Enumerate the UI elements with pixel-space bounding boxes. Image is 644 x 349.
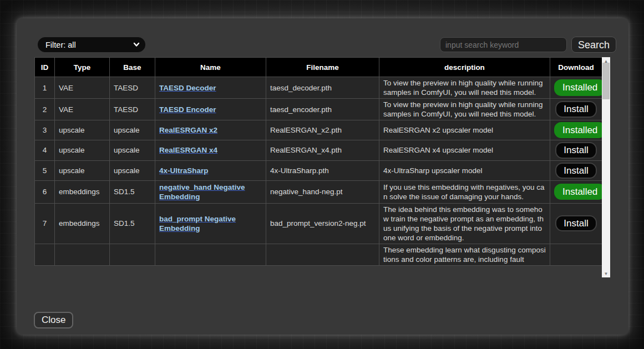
cell-filename: negative_hand-neg.pt: [266, 180, 379, 203]
models-table-wrap: IDTypeBaseNameFilenamedescriptionDownloa…: [34, 57, 602, 277]
cell-type: upscale: [55, 160, 110, 180]
column-header-base: Base: [110, 58, 155, 77]
model-link[interactable]: RealESRGAN x4: [159, 146, 217, 154]
cell-filename: [266, 244, 379, 265]
column-header-id: ID: [35, 58, 55, 77]
table-row: 6embeddingsSD1.5negative_hand Negative E…: [35, 180, 602, 203]
cell-filename: taesd_encoder.pth: [266, 99, 379, 120]
cell-download: Installed: [550, 180, 602, 203]
column-header-type: Type: [55, 58, 110, 77]
table-row: 5upscaleupscale4x-UltraSharp4x-UltraShar…: [35, 160, 602, 180]
cell-type: embeddings: [55, 180, 110, 203]
column-header-description: description: [379, 58, 550, 77]
filter-select-wrap: Filter: all: [38, 37, 145, 52]
models-table: IDTypeBaseNameFilenamedescriptionDownloa…: [34, 57, 602, 266]
model-link[interactable]: RealESRGAN x2: [159, 126, 217, 134]
cell-download: Installed: [550, 120, 602, 140]
cell-name: [155, 244, 266, 265]
model-link[interactable]: 4x-UltraSharp: [159, 166, 209, 175]
cell-description: RealESRGAN x2 upscaler model: [379, 120, 550, 140]
cell-download: Install: [550, 160, 602, 180]
cell-base: upscale: [110, 120, 155, 140]
cell-base: TAESD: [110, 77, 155, 99]
cell-name: RealESRGAN x2: [155, 120, 266, 140]
model-link[interactable]: TAESD Decoder: [159, 84, 216, 92]
cell-type: embeddings: [55, 203, 110, 244]
table-row: 1VAETAESDTAESD Decodertaesd_decoder.pthT…: [35, 77, 602, 99]
table-row: 7embeddingsSD1.5bad_prompt Negative Embe…: [35, 203, 602, 244]
cell-id: 5: [35, 160, 55, 180]
install-button[interactable]: Install: [555, 215, 596, 231]
cell-base: upscale: [110, 160, 155, 180]
cell-description: To view the preview in high quality whil…: [379, 99, 550, 120]
cell-id: 7: [35, 203, 55, 244]
cell-download: [550, 244, 602, 265]
model-link[interactable]: TAESD Encoder: [159, 105, 216, 114]
cell-id: 3: [35, 120, 55, 140]
table-row: These embedding learn what disgusting co…: [35, 244, 602, 265]
cell-name: negative_hand Negative Embedding: [155, 180, 266, 203]
cell-filename: bad_prompt_version2-neg.pt: [266, 203, 379, 244]
vertical-scrollbar[interactable]: ▲ ▼: [602, 57, 610, 277]
cell-type: upscale: [55, 140, 110, 160]
cell-name: TAESD Decoder: [155, 77, 266, 99]
column-header-filename: Filename: [266, 58, 379, 77]
cell-filename: RealESRGAN_x2.pth: [266, 120, 379, 140]
cell-description: To view the preview in high quality whil…: [379, 77, 550, 99]
cell-description: RealESRGAN x4 upscaler model: [379, 140, 550, 160]
cell-type: VAE: [55, 77, 110, 99]
install-button[interactable]: Install: [555, 142, 596, 158]
cell-base: SD1.5: [110, 203, 155, 244]
cell-download: Install: [550, 203, 602, 244]
cell-id: 6: [35, 180, 55, 203]
cell-name: bad_prompt Negative Embedding: [155, 203, 266, 244]
model-link[interactable]: bad_prompt Negative Embedding: [159, 215, 236, 232]
cell-name: TAESD Encoder: [155, 99, 266, 120]
cell-description: These embedding learn what disgusting co…: [379, 244, 550, 265]
comfyui-canvas-background: Filter: all Search IDTypeBaseNameFilenam…: [0, 0, 644, 349]
cell-type: VAE: [55, 99, 110, 120]
cell-id: 2: [35, 99, 55, 120]
model-link[interactable]: negative_hand Negative Embedding: [159, 183, 245, 201]
cell-base: SD1.5: [110, 180, 155, 203]
cell-description: 4x-UltraSharp upscaler model: [379, 160, 550, 180]
cell-download: Installed: [550, 77, 602, 99]
cell-filename: taesd_decoder.pth: [266, 77, 379, 99]
cell-description: If you use this embedding with negatives…: [379, 180, 550, 203]
cell-base: TAESD: [110, 99, 155, 120]
install-button[interactable]: Install: [555, 101, 596, 117]
scrollbar-down-icon[interactable]: ▼: [602, 270, 610, 277]
cell-name: 4x-UltraSharp: [155, 160, 266, 180]
installed-button[interactable]: Installed: [554, 184, 602, 200]
install-button[interactable]: Install: [555, 163, 596, 179]
cell-id: 1: [35, 77, 55, 99]
cell-download: Install: [550, 140, 602, 160]
search-input[interactable]: [440, 37, 567, 52]
table-row: 4upscaleupscaleRealESRGAN x4RealESRGAN_x…: [35, 140, 602, 160]
cell-id: 4: [35, 140, 55, 160]
cell-id: [35, 244, 55, 265]
cell-name: RealESRGAN x4: [155, 140, 266, 160]
close-button[interactable]: Close: [34, 312, 73, 328]
cell-filename: RealESRGAN_x4.pth: [266, 140, 379, 160]
table-row: 3upscaleupscaleRealESRGAN x2RealESRGAN_x…: [35, 120, 602, 140]
search-button[interactable]: Search: [571, 37, 616, 53]
cell-description: The idea behind this embedding was to so…: [379, 203, 550, 244]
table-row: 2VAETAESDTAESD Encodertaesd_encoder.pthT…: [35, 99, 602, 120]
cell-base: [110, 244, 155, 265]
installed-button[interactable]: Installed: [554, 79, 602, 95]
cell-filename: 4x-UltraSharp.pth: [266, 160, 379, 180]
cell-base: upscale: [110, 140, 155, 160]
cell-type: [55, 244, 110, 265]
installed-button[interactable]: Installed: [554, 122, 602, 138]
column-header-download: Download: [550, 58, 602, 77]
scrollbar-thumb[interactable]: [602, 63, 610, 99]
table-header-row: IDTypeBaseNameFilenamedescriptionDownloa…: [35, 58, 602, 77]
install-models-dialog: Filter: all Search IDTypeBaseNameFilenam…: [17, 18, 628, 335]
cell-type: upscale: [55, 120, 110, 140]
filter-select[interactable]: Filter: all: [38, 37, 145, 52]
cell-download: Install: [550, 99, 602, 120]
column-header-name: Name: [155, 58, 266, 77]
